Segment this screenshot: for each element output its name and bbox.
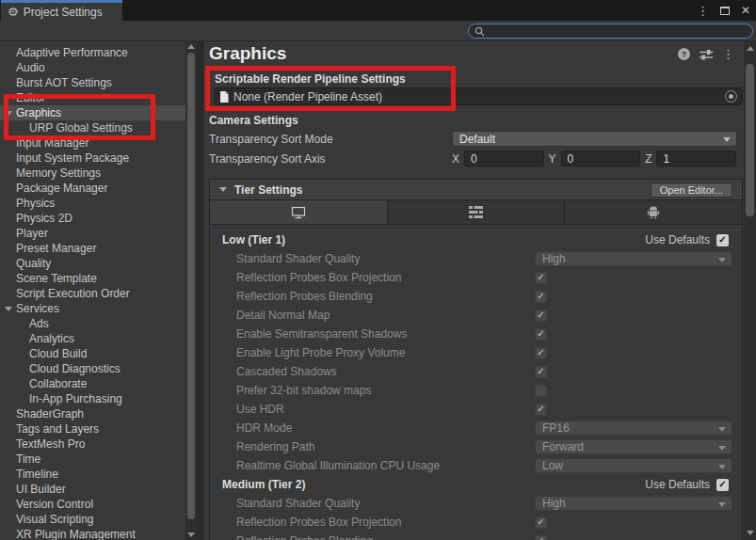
sidebar-item-label: TextMesh Pro bbox=[16, 437, 85, 451]
use-defaults-label: Use Defaults bbox=[645, 478, 710, 491]
setting-label: Rendering Path bbox=[236, 440, 314, 453]
sidebar-item-input-manager[interactable]: Input Manager bbox=[0, 135, 185, 151]
sidebar-item-timeline[interactable]: Timeline bbox=[0, 467, 185, 482]
open-editor-button[interactable]: Open Editor... bbox=[651, 183, 732, 198]
presets-icon[interactable] bbox=[700, 49, 713, 60]
scroll-up-icon[interactable] bbox=[744, 46, 756, 51]
checkbox-reflection-probes-blending[interactable]: ✓ bbox=[535, 535, 547, 540]
y-axis-field[interactable]: 0 bbox=[561, 151, 641, 167]
sidebar-item-xr-plugin-management[interactable]: XR Plugin Management bbox=[0, 527, 185, 540]
scroll-down-icon[interactable] bbox=[185, 532, 197, 537]
render-pipeline-asset-field[interactable]: None (Render Pipeline Asset) bbox=[214, 87, 743, 105]
sidebar-item-audio[interactable]: Audio bbox=[0, 60, 185, 75]
sidebar-item-input-system-package[interactable]: Input System Package bbox=[0, 151, 185, 166]
sort-axis-fields: X 0 Y 0 Z 1 bbox=[452, 151, 736, 167]
dropdown-rendering-path[interactable]: Forward bbox=[535, 439, 732, 454]
sidebar-item-cloud-build[interactable]: Cloud Build bbox=[0, 346, 185, 361]
more-options-icon[interactable]: ⋮ bbox=[722, 48, 734, 60]
sidebar-item-package-manager[interactable]: Package Manager bbox=[0, 181, 185, 196]
setting-value: ✓ bbox=[535, 291, 732, 303]
sidebar-item-cloud-diagnostics[interactable]: Cloud Diagnostics bbox=[0, 361, 185, 376]
checkbox-reflection-probes-box-projection[interactable]: ✓ bbox=[535, 516, 547, 529]
tier-settings-header[interactable]: Tier Settings Open Editor... bbox=[210, 180, 742, 200]
checkbox-reflection-probes-box-projection[interactable]: ✓ bbox=[535, 272, 547, 284]
tab-server-platform[interactable] bbox=[387, 200, 565, 224]
y-axis-label: Y bbox=[549, 152, 556, 166]
x-axis-field[interactable]: 0 bbox=[464, 151, 544, 167]
scroll-down-icon[interactable] bbox=[744, 531, 756, 535]
foldout-arrow-icon[interactable] bbox=[5, 307, 12, 311]
settings-row: Rendering PathForward bbox=[210, 437, 742, 456]
close-icon[interactable]: ✕ bbox=[741, 5, 750, 16]
sidebar-item-ui-builder[interactable]: UI Builder bbox=[0, 482, 185, 497]
checkbox-detail-normal-map[interactable]: ✓ bbox=[535, 310, 547, 322]
sidebar-item-graphics[interactable]: Graphics bbox=[0, 105, 185, 120]
object-picker-icon[interactable] bbox=[725, 90, 737, 103]
settings-category-sidebar: Adaptive PerformanceAudioBurst AOT Setti… bbox=[0, 41, 185, 540]
dropdown-standard-shader-quality[interactable]: High bbox=[535, 496, 732, 511]
foldout-arrow-icon[interactable] bbox=[5, 111, 12, 116]
sidebar-item-ads[interactable]: Ads bbox=[0, 316, 185, 331]
sidebar-item-player[interactable]: Player bbox=[0, 226, 185, 241]
setting-value: ✓ bbox=[535, 347, 732, 359]
sidebar-item-label: Audio bbox=[16, 61, 45, 74]
dropdown-hdr-mode[interactable]: FP16 bbox=[535, 421, 732, 436]
sidebar-item-quality[interactable]: Quality bbox=[0, 256, 185, 271]
asset-file-icon bbox=[219, 91, 229, 103]
sidebar-item-physics[interactable]: Physics bbox=[0, 196, 185, 211]
scroll-up-icon[interactable] bbox=[185, 44, 197, 49]
z-axis-label: Z bbox=[645, 152, 651, 166]
setting-label: Prefer 32-bit shadow maps bbox=[236, 384, 371, 397]
sidebar-item-tags-and-layers[interactable]: Tags and Layers bbox=[0, 421, 185, 437]
main-scrollbar-thumb[interactable] bbox=[746, 64, 754, 216]
checkbox-reflection-probes-blending[interactable]: ✓ bbox=[535, 291, 547, 303]
settings-row: Reflection Probes Blending✓ bbox=[210, 532, 742, 540]
sidebar-item-preset-manager[interactable]: Preset Manager bbox=[0, 241, 185, 256]
checkbox-prefer-32-bit-shadow-maps[interactable] bbox=[535, 385, 547, 397]
sidebar-item-label: ShaderGraph bbox=[16, 407, 84, 421]
sidebar-item-adaptive-performance[interactable]: Adaptive Performance bbox=[0, 45, 185, 60]
checkbox-cascaded-shadows[interactable]: ✓ bbox=[535, 366, 547, 378]
sidebar-item-memory-settings[interactable]: Memory Settings bbox=[0, 166, 185, 181]
settings-row: Enable Light Probe Proxy Volume✓ bbox=[210, 343, 742, 362]
sidebar-item-scene-template[interactable]: Scene Template bbox=[0, 271, 185, 286]
maximize-icon[interactable] bbox=[720, 7, 730, 15]
tab-desktop-platform[interactable] bbox=[210, 200, 387, 224]
chevron-down-icon bbox=[718, 465, 726, 469]
use-defaults-checkbox[interactable]: ✓ bbox=[716, 234, 729, 246]
tab-android-platform[interactable] bbox=[564, 200, 742, 224]
sidebar-item-time[interactable]: Time bbox=[0, 452, 185, 467]
sidebar-scrollbar-thumb[interactable] bbox=[187, 53, 195, 519]
dropdown-standard-shader-quality[interactable]: High bbox=[535, 251, 732, 266]
sidebar-item-analytics[interactable]: Analytics bbox=[0, 331, 185, 346]
sidebar-item-label: Adaptive Performance bbox=[16, 46, 128, 59]
foldout-arrow-icon[interactable] bbox=[219, 187, 227, 192]
sidebar-item-services[interactable]: Services bbox=[0, 301, 185, 316]
sidebar-item-burst-aot-settings[interactable]: Burst AOT Settings bbox=[0, 75, 185, 90]
sidebar-item-in-app-purchasing[interactable]: In-App Purchasing bbox=[0, 391, 185, 406]
sidebar-scrollbar[interactable] bbox=[185, 41, 197, 540]
sidebar-item-collaborate[interactable]: Collaborate bbox=[0, 376, 185, 391]
tab-title: Project Settings bbox=[24, 6, 103, 19]
sidebar-item-version-control[interactable]: Version Control bbox=[0, 497, 185, 512]
window-menu-icon[interactable]: ⋮ bbox=[697, 5, 709, 17]
checkbox-use-hdr[interactable]: ✓ bbox=[535, 404, 547, 416]
dropdown-realtime-global-illumination-cpu-usage[interactable]: Low bbox=[535, 458, 732, 473]
use-defaults-checkbox[interactable]: ✓ bbox=[716, 479, 729, 491]
sidebar-item-textmesh-pro[interactable]: TextMesh Pro bbox=[0, 437, 185, 452]
z-axis-field[interactable]: 1 bbox=[656, 151, 736, 167]
search-box[interactable] bbox=[468, 24, 753, 39]
sidebar-item-editor[interactable]: Editor bbox=[0, 90, 185, 105]
sort-mode-dropdown[interactable]: Default bbox=[452, 131, 737, 147]
checkbox-enable-light-probe-proxy-volume[interactable]: ✓ bbox=[535, 347, 547, 359]
sidebar-item-script-execution-order[interactable]: Script Execution Order bbox=[0, 286, 185, 301]
checkbox-enable-semitransparent-shadows[interactable]: ✓ bbox=[535, 328, 547, 341]
search-input[interactable] bbox=[489, 25, 747, 37]
sidebar-item-urp-global-settings[interactable]: URP Global Settings bbox=[0, 120, 185, 135]
main-scrollbar[interactable] bbox=[744, 41, 756, 540]
sidebar-item-visual-scripting[interactable]: Visual Scripting bbox=[0, 512, 185, 527]
sidebar-item-physics-2d[interactable]: Physics 2D bbox=[0, 211, 185, 226]
sidebar-item-shadergraph[interactable]: ShaderGraph bbox=[0, 406, 185, 421]
project-settings-tab[interactable]: ⚙ Project Settings bbox=[1, 0, 122, 21]
help-icon[interactable]: ? bbox=[678, 48, 690, 60]
